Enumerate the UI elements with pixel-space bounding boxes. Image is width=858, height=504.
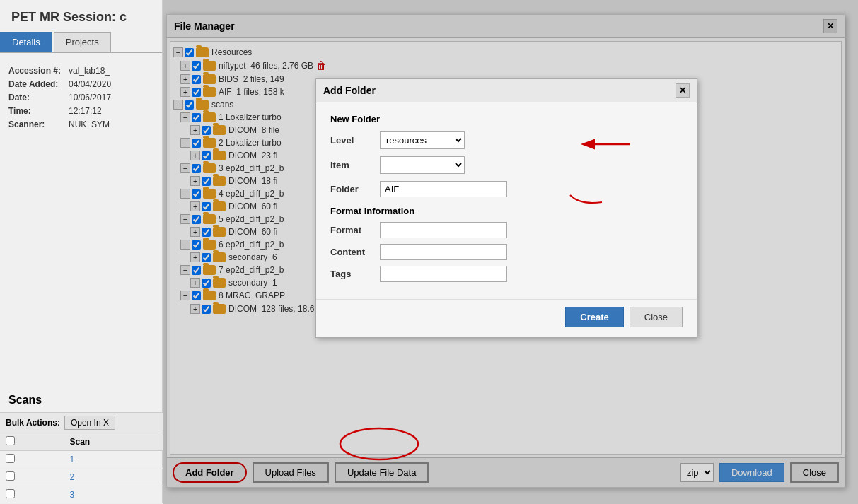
scans-col-scan: Scan xyxy=(64,433,163,451)
scanner-value: NUK_SYM xyxy=(69,119,110,129)
tab-bar: Details Projects xyxy=(0,32,162,53)
tags-input[interactable] xyxy=(380,266,507,282)
new-folder-section-title: New Folder xyxy=(330,114,683,124)
add-folder-close-button[interactable]: ✕ xyxy=(676,83,690,98)
tab-projects[interactable]: Projects xyxy=(54,32,111,52)
time-label: Time: xyxy=(8,106,69,116)
open-in-x-button[interactable]: Open In X xyxy=(64,416,115,430)
item-select[interactable] xyxy=(380,156,465,174)
format-label: Format xyxy=(330,225,380,235)
level-select[interactable]: resources scans experiments xyxy=(380,131,465,149)
details-row-date: Date: 10/06/2017 xyxy=(8,93,153,102)
scans-section: Scans Bulk Actions: Open In X Scan 1 2 xyxy=(0,391,163,504)
add-folder-body: New Folder Level resources scans experim… xyxy=(316,102,697,299)
scan-2-num[interactable]: 2 xyxy=(64,469,163,486)
scan-3-num[interactable]: 3 xyxy=(64,486,163,504)
scanner-label: Scanner: xyxy=(8,119,69,129)
dialog-footer: Create Close xyxy=(316,299,697,337)
details-section: Accession #: val_lab18_ Date Added: 04/0… xyxy=(0,60,162,139)
create-button[interactable]: Create xyxy=(565,307,623,327)
details-row-scanner: Scanner: NUK_SYM xyxy=(8,119,153,129)
add-folder-titlebar: Add Folder ✕ xyxy=(316,79,697,102)
tab-details[interactable]: Details xyxy=(0,32,52,52)
scan-3-checkbox[interactable] xyxy=(6,489,15,498)
add-folder-dialog: Add Folder ✕ New Folder Level resources … xyxy=(315,78,697,338)
scan-1-checkbox[interactable] xyxy=(6,454,15,463)
tags-row: Tags xyxy=(330,266,683,282)
content-input[interactable] xyxy=(380,244,507,260)
format-input[interactable] xyxy=(380,222,507,238)
date-added-label: Date Added: xyxy=(8,79,69,89)
add-folder-title: Add Folder xyxy=(323,85,376,96)
scan-1-num[interactable]: 1 xyxy=(64,451,163,469)
dialog-close-button[interactable]: Close xyxy=(630,307,683,327)
details-row-date-added: Date Added: 04/04/2020 xyxy=(8,79,153,89)
format-info-title: Format Information xyxy=(330,206,683,216)
folder-label: Folder xyxy=(330,184,380,194)
row-checkbox xyxy=(0,469,64,486)
bulk-actions-bar: Bulk Actions: Open In X xyxy=(0,412,163,433)
tags-label: Tags xyxy=(330,269,380,279)
details-row-accession: Accession #: val_lab18_ xyxy=(8,66,153,76)
folder-row: Folder xyxy=(330,181,683,197)
content-label: Content xyxy=(330,247,380,257)
row-checkbox xyxy=(0,451,64,469)
select-all-checkbox[interactable] xyxy=(6,436,15,445)
date-value: 10/06/2017 xyxy=(69,93,111,102)
details-row-time: Time: 12:17:12 xyxy=(8,106,153,116)
left-panel: PET MR Session: c Details Projects Acces… xyxy=(0,0,163,504)
level-row: Level resources scans experiments xyxy=(330,131,683,149)
date-label: Date: xyxy=(8,93,69,102)
item-label: Item xyxy=(330,160,380,170)
scan-2-checkbox[interactable] xyxy=(6,471,15,481)
row-checkbox xyxy=(0,486,64,504)
scans-table: Scan 1 2 3 xyxy=(0,433,163,504)
scans-col-checkbox xyxy=(0,433,64,451)
page-title: PET MR Session: c xyxy=(0,0,162,32)
file-manager-window: File Manager ✕ − Resources + niftypet 46… xyxy=(166,14,845,488)
item-row: Item xyxy=(330,156,683,174)
scans-title: Scans xyxy=(0,391,163,412)
content-row: Content xyxy=(330,244,683,260)
table-row: 2 xyxy=(0,469,163,486)
time-value: 12:17:12 xyxy=(69,106,102,116)
date-added-value: 04/04/2020 xyxy=(69,79,111,89)
table-row: 3 xyxy=(0,486,163,504)
folder-input[interactable] xyxy=(380,181,507,197)
bulk-actions-label: Bulk Actions: xyxy=(6,418,60,428)
level-label: Level xyxy=(330,135,380,146)
accession-label: Accession #: xyxy=(8,66,69,76)
format-row: Format xyxy=(330,222,683,238)
table-row: 1 xyxy=(0,451,163,469)
accession-value: val_lab18_ xyxy=(69,66,110,76)
